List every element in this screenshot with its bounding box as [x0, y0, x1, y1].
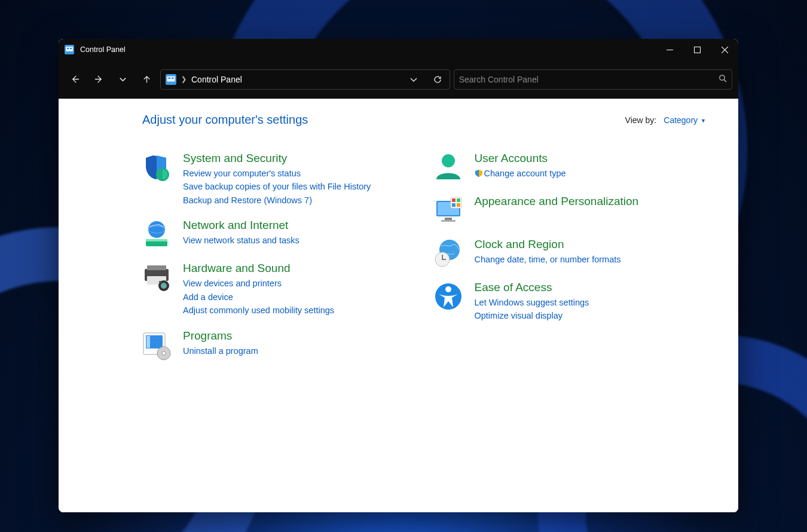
shield-security-icon[interactable]: [141, 152, 172, 183]
category-title[interactable]: Network and Internet: [183, 219, 299, 232]
svg-rect-8: [169, 77, 170, 78]
close-button[interactable]: [711, 39, 738, 60]
category-link[interactable]: Save backup copies of your files with Fi…: [183, 180, 371, 193]
category-appearance-and-personalization: Appearance and Personalization: [433, 195, 707, 226]
category-user-accounts: User Accounts Change account type: [433, 152, 707, 183]
svg-rect-5: [694, 47, 700, 53]
category-link[interactable]: Uninstall a program: [183, 344, 258, 357]
category-network-and-internet: Network and Internet View network status…: [141, 219, 415, 250]
programs-disc-icon[interactable]: [141, 329, 172, 360]
accessibility-icon[interactable]: [433, 281, 464, 312]
category-system-and-security: System and Security Review your computer…: [141, 152, 415, 207]
category-link[interactable]: View devices and printers: [183, 277, 334, 290]
svg-rect-31: [445, 218, 452, 220]
printer-camera-icon[interactable]: [141, 262, 172, 293]
category-clock-and-region: Clock and Region Change date, time, or n…: [433, 238, 707, 269]
svg-rect-4: [667, 50, 673, 50]
category-link[interactable]: Adjust commonly used mobility settings: [183, 304, 334, 317]
minimize-button[interactable]: [656, 39, 683, 60]
content-area: Adjust your computer's settings View by:…: [59, 99, 738, 512]
category-link[interactable]: Optimize visual display: [475, 309, 589, 322]
category-link[interactable]: Let Windows suggest settings: [475, 296, 589, 309]
back-button[interactable]: [65, 69, 85, 90]
svg-rect-17: [147, 265, 166, 270]
svg-point-41: [445, 286, 451, 292]
address-bar[interactable]: ❯ Control Panel: [160, 69, 450, 90]
category-column-left: System and Security Review your computer…: [141, 152, 415, 360]
toolbar: ❯ Control Panel: [59, 60, 738, 99]
category-title[interactable]: User Accounts: [475, 152, 566, 165]
svg-point-27: [162, 351, 166, 355]
svg-rect-32: [441, 220, 456, 222]
category-title[interactable]: Appearance and Personalization: [475, 195, 639, 208]
category-ease-of-access: Ease of Access Let Windows suggest setti…: [433, 281, 707, 323]
category-programs: Programs Uninstall a program: [141, 329, 415, 360]
category-link[interactable]: Backup and Restore (Windows 7): [183, 194, 371, 207]
svg-rect-24: [146, 336, 150, 348]
forward-button[interactable]: [88, 69, 109, 90]
svg-point-10: [720, 75, 725, 80]
svg-rect-35: [457, 198, 460, 202]
category-title[interactable]: Hardware and Sound: [183, 262, 334, 275]
view-by-dropdown[interactable]: Category ▼: [664, 115, 706, 125]
content-header: Adjust your computer's settings View by:…: [142, 113, 706, 127]
category-title[interactable]: Programs: [183, 329, 258, 343]
up-button[interactable]: [136, 69, 157, 90]
titlebar[interactable]: Control Panel: [59, 39, 738, 60]
uac-shield-icon: [475, 168, 483, 181]
category-link[interactable]: Add a device: [183, 291, 334, 304]
svg-point-28: [442, 154, 455, 167]
svg-rect-7: [167, 76, 175, 81]
view-by-control: View by: Category ▼: [625, 115, 706, 125]
category-title[interactable]: System and Security: [183, 152, 371, 165]
control-panel-crumb-icon: [166, 74, 176, 85]
svg-rect-3: [70, 48, 72, 49]
svg-point-12: [148, 221, 165, 238]
svg-rect-37: [457, 203, 460, 207]
category-link[interactable]: Review your computer's status: [183, 167, 371, 180]
globe-network-icon[interactable]: [141, 219, 172, 250]
svg-rect-34: [452, 198, 456, 202]
breadcrumb-separator-icon[interactable]: ❯: [181, 75, 187, 83]
category-link[interactable]: Change date, time, or number formats: [475, 253, 621, 266]
view-by-label: View by:: [625, 115, 657, 125]
refresh-button[interactable]: [428, 71, 447, 88]
category-hardware-and-sound: Hardware and Sound View devices and prin…: [141, 262, 415, 317]
page-title: Adjust your computer's settings: [142, 113, 625, 127]
svg-rect-36: [452, 203, 456, 207]
category-link[interactable]: Change account type: [475, 167, 566, 181]
clock-globe-icon[interactable]: [433, 238, 464, 269]
category-title[interactable]: Ease of Access: [475, 281, 589, 294]
category-columns: System and Security Review your computer…: [141, 152, 706, 360]
monitor-personalization-icon[interactable]: [433, 195, 464, 226]
svg-point-20: [161, 283, 167, 289]
category-title[interactable]: Clock and Region: [475, 238, 621, 251]
svg-rect-2: [67, 48, 69, 49]
chevron-down-icon: ▼: [701, 118, 706, 124]
search-input[interactable]: [459, 75, 719, 84]
svg-rect-1: [66, 47, 73, 51]
view-by-value: Category: [664, 115, 698, 125]
address-history-button[interactable]: [404, 71, 423, 88]
svg-rect-21: [159, 281, 161, 283]
control-panel-window: Control Panel ❯ Control P: [59, 39, 738, 512]
user-account-icon[interactable]: [433, 152, 464, 183]
window-title: Control Panel: [80, 45, 126, 54]
control-panel-appicon: [65, 45, 74, 54]
search-icon[interactable]: [719, 74, 727, 85]
breadcrumb-text[interactable]: Control Panel: [191, 75, 399, 84]
search-box[interactable]: [454, 69, 732, 90]
recent-locations-button[interactable]: [112, 69, 133, 90]
maximize-button[interactable]: [683, 39, 711, 60]
category-column-right: User Accounts Change account type: [433, 152, 707, 360]
category-link[interactable]: View network status and tasks: [183, 234, 299, 247]
svg-rect-9: [172, 77, 173, 78]
svg-rect-15: [146, 239, 167, 241]
